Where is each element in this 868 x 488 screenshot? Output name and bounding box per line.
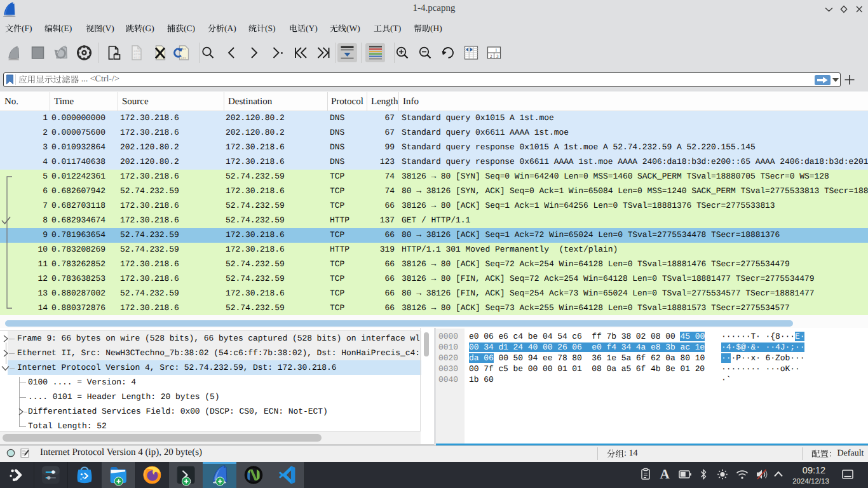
svg-text:09:12: 09:12 (803, 466, 825, 476)
svg-text:011: 011 (181, 57, 186, 60)
svg-text:3: 3 (496, 54, 499, 59)
svg-text:1: 1 (495, 48, 498, 53)
svg-text:A: A (660, 466, 670, 482)
svg-text:2: 2 (490, 54, 492, 59)
svg-text:2024/12/13: 2024/12/13 (792, 478, 829, 485)
svg-text:0111: 0111 (134, 56, 141, 60)
